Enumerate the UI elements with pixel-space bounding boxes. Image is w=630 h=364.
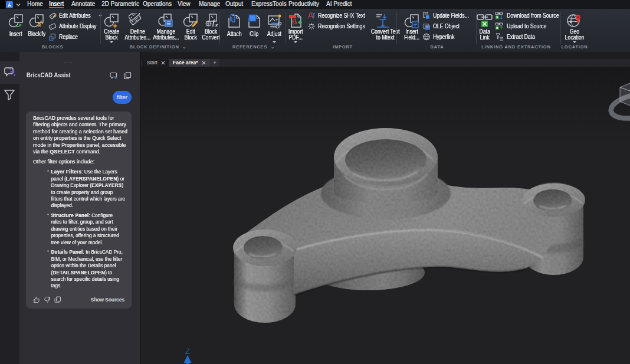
svg-text:x: x — [215, 22, 218, 28]
svg-text:Z: Z — [185, 347, 190, 356]
